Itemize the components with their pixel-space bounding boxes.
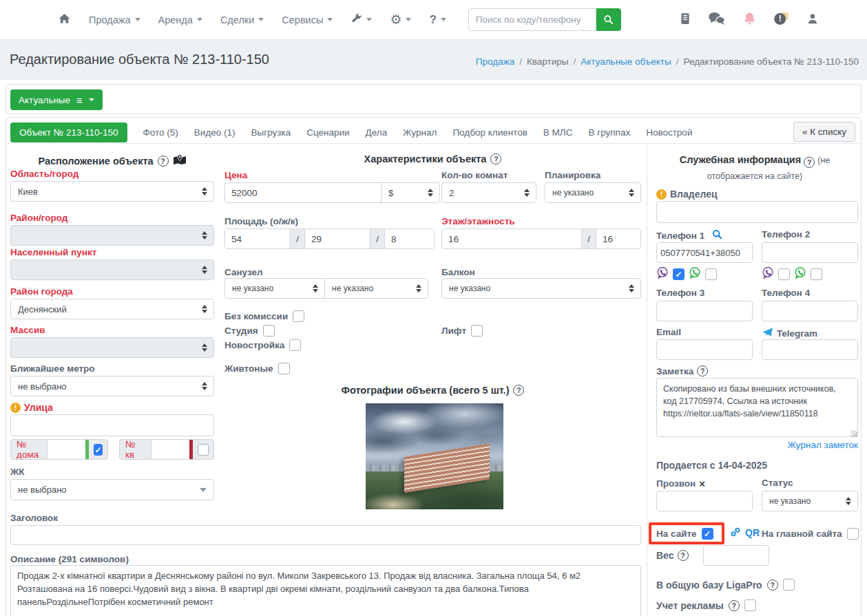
elevator-checkbox[interactable] [471,325,483,337]
menu-tools[interactable] [351,13,372,27]
object-photo[interactable] [366,403,503,509]
region-select[interactable]: Киев [10,181,214,202]
help-circle-icon[interactable]: ? [158,156,169,167]
bathroom-select-1[interactable]: не указано [224,278,325,299]
notifications-bell-icon[interactable] [743,12,756,29]
tab-scenarii[interactable]: Сценарии [306,127,349,138]
ads-checkbox[interactable] [744,599,756,611]
tab-photo[interactable]: Фото (5) [143,127,178,138]
area-kitchen-input[interactable] [385,229,432,248]
telegram-input[interactable] [762,339,858,360]
heading-input[interactable] [10,525,641,545]
studio-checkbox[interactable] [263,325,275,337]
clear-icon[interactable]: × [699,478,705,489]
phone2-messengers [762,266,822,282]
menu-sdelki[interactable]: Сделки [220,14,264,25]
settlement-select[interactable] [10,259,214,280]
description-textarea[interactable]: Продаж 2-х кімнатної квартири в Деснянсь… [10,565,641,616]
tab-mls[interactable]: В МЛС [543,127,573,138]
newbuild-checkbox[interactable] [289,339,301,351]
phone3-input[interactable] [656,301,753,321]
city-district-select[interactable]: Деснянский [10,299,214,319]
on-site-checkbox[interactable] [702,528,713,540]
phone2-input[interactable] [762,242,858,263]
back-to-list-button[interactable]: « К списку [793,122,855,142]
phone2-viber-checkbox[interactable] [778,268,790,280]
phone4-input[interactable] [762,301,858,321]
pets-checkbox[interactable] [278,363,290,374]
help-circle-icon[interactable]: ? [513,385,524,396]
street-input[interactable] [10,414,214,436]
status-toolbar: Актуальные ≡ [6,84,861,114]
layout-select[interactable]: не указано [545,182,641,203]
menu-help[interactable]: ? [429,13,446,27]
help-circle-icon[interactable]: ? [678,550,689,561]
tab-novostroy[interactable]: Новострой [646,127,692,138]
help-circle-icon[interactable]: ? [767,580,778,591]
price-input[interactable] [224,182,382,203]
search-button[interactable] [596,8,621,31]
updown-caret-icon [202,382,207,390]
tab-groups[interactable]: В группах [588,127,630,138]
apt-checkbox[interactable] [198,444,209,456]
tab-object[interactable]: Объект № 213-110-150 [10,123,127,142]
help-circle-icon[interactable]: ? [729,600,740,611]
apt-number-input[interactable] [151,440,189,459]
metro-select[interactable]: не выбрано [10,376,214,396]
district-select[interactable] [10,225,214,246]
menu-arenda[interactable]: Аренда [158,14,202,25]
menu-settings[interactable]: ⚙ [390,13,411,26]
status-filter-button[interactable]: Актуальные ≡ [10,89,103,110]
tab-dela[interactable]: Дела [366,127,388,138]
notes-journal-link[interactable]: Журнал заметок [656,440,858,450]
alerts-icon[interactable]: ! [773,12,789,28]
owner-input[interactable] [656,201,858,223]
search-input[interactable] [468,8,596,31]
journal-icon[interactable] [680,12,691,28]
photos-title-text: Фотографии объекта (всего 5 шт.) [342,385,510,396]
ligapro-checkbox[interactable] [783,579,795,591]
resize-handle[interactable] [850,430,857,437]
house-number-input[interactable] [47,440,85,459]
weight-input[interactable] [703,545,769,566]
email-input[interactable] [656,339,753,360]
phone1-input[interactable] [656,242,753,263]
help-circle-icon[interactable]: ? [804,157,815,168]
menu-servisy[interactable]: Сервисы [282,14,333,25]
status-select[interactable]: не указано [762,491,858,511]
map-icon[interactable] [173,153,187,169]
bathroom-select-2[interactable]: не указано [324,278,428,299]
breadcrumb-aktualnye[interactable]: Актуальные объекты [581,56,671,67]
menu-prodazha[interactable]: Продажа [89,14,140,25]
on-main-checkbox[interactable] [847,528,859,540]
link-icon[interactable] [730,527,741,540]
massiv-select[interactable] [10,337,214,358]
phone1-viber-checkbox[interactable] [673,268,685,280]
phone-search-icon[interactable] [712,229,722,242]
help-circle-icon[interactable]: ? [697,365,708,376]
qr-link[interactable]: QR [745,527,760,538]
complex-select[interactable]: не выбрано [10,479,214,500]
home-icon[interactable] [58,12,71,28]
tab-podbor[interactable]: Подбор клиентов [452,127,527,138]
rooms-select[interactable]: 2 [441,182,536,203]
phone1-whatsapp-checkbox[interactable] [705,268,717,280]
breadcrumb-prodazha[interactable]: Продажа [476,56,514,67]
floors-total-input[interactable] [596,229,640,248]
note-textarea[interactable]: Скопировано из базы внешних источников, … [656,378,858,437]
phone2-whatsapp-checkbox[interactable] [811,268,822,280]
currency-select[interactable]: $ [381,182,440,203]
house-checkbox[interactable] [94,444,103,456]
balcony-select[interactable]: не указано [441,278,641,299]
area-living-input[interactable] [305,229,370,248]
floor-input[interactable] [442,229,581,248]
area-total-input[interactable] [225,229,290,248]
tab-zhurnal[interactable]: Журнал [403,127,437,138]
tab-video[interactable]: Видео (1) [194,127,236,138]
no-commission-checkbox[interactable] [293,310,304,322]
messages-icon[interactable] [708,12,726,28]
tab-vygruzka[interactable]: Выгрузка [251,127,291,138]
help-circle-icon[interactable]: ? [490,153,501,164]
user-profile-icon[interactable] [806,12,819,28]
call-input[interactable] [656,491,753,511]
